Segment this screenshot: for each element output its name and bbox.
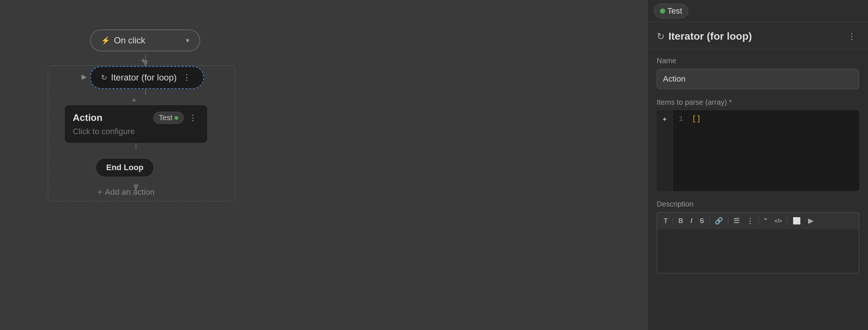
connector-plus-2[interactable]: + <box>132 96 136 105</box>
action-test-badge[interactable]: Test <box>153 112 184 124</box>
magic-wand-icon: ✦ <box>662 115 667 123</box>
test-badge-dot <box>175 116 178 120</box>
action-node-title: Action <box>73 112 103 123</box>
right-panel: Test ↻ Iterator (for loop) ⋮ Name Items … <box>648 0 868 330</box>
iterator-refresh-icon: ↻ <box>101 73 107 82</box>
trigger-icon: ⚡ <box>101 36 110 45</box>
add-action-plus-icon: + <box>97 187 102 197</box>
toolbar-divider-3 <box>728 217 728 225</box>
trigger-node-left: ⚡ On click <box>101 35 145 46</box>
panel-content: Name Items to parse (array) ✦ 1 [] D <box>648 49 868 330</box>
action-node-subtitle: Click to configure <box>73 127 199 136</box>
name-field-label: Name <box>657 57 859 65</box>
action-node-header-right: Test ⋮ <box>153 112 199 124</box>
toolbar-bold-btn[interactable]: B <box>675 216 686 226</box>
toolbar-italic-btn[interactable]: I <box>688 216 695 226</box>
code-editor-container[interactable]: ✦ 1 [] <box>657 110 859 191</box>
action-menu-button[interactable]: ⋮ <box>187 112 199 123</box>
wand-icon-container[interactable]: ✦ <box>657 110 673 191</box>
toolbar-divider-5 <box>787 217 788 225</box>
toolbar-code-btn[interactable]: </> <box>772 216 785 225</box>
line-numbers: 1 <box>679 115 686 187</box>
test-badge-label: Test <box>159 114 172 122</box>
items-parse-label: Items to parse (array) <box>657 98 859 107</box>
panel-title: Iterator (for loop) <box>668 31 752 42</box>
code-editor-body[interactable]: 1 [] <box>673 110 859 191</box>
panel-top: Test <box>648 0 868 22</box>
description-section: Description T B I S 🔗 ☰ ⋮ " </> ⬜ ▶ <box>657 200 859 273</box>
toolbar-quote-btn[interactable]: " <box>761 216 770 226</box>
toolbar-ul-btn[interactable]: ☰ <box>731 215 742 226</box>
end-loop-label: End Loop <box>106 163 143 172</box>
iterator-menu-button[interactable]: ⋮ <box>180 72 193 83</box>
trigger-chevron-icon: ▾ <box>186 36 189 44</box>
test-button-label: Test <box>667 6 682 16</box>
trigger-node[interactable]: ⚡ On click ▾ <box>90 29 200 51</box>
trigger-label: On click <box>114 35 145 46</box>
action-node[interactable]: Action Test ⋮ Click to configure <box>64 105 208 143</box>
iterator-node-left: ↻ Iterator (for loop) <box>101 72 177 83</box>
toolbar-divider-4 <box>758 217 759 225</box>
toolbar-text-btn[interactable]: T <box>661 216 671 226</box>
add-action-label: Add an action <box>105 187 155 197</box>
toolbar-ol-btn[interactable]: ⋮ <box>744 215 756 226</box>
connector-plus-1[interactable]: + <box>141 56 146 65</box>
toolbar-image-btn[interactable]: ⬜ <box>790 215 804 226</box>
description-editor[interactable] <box>657 229 859 273</box>
toolbar-video-btn[interactable]: ▶ <box>805 215 816 226</box>
toolbar-divider-2 <box>709 217 710 225</box>
panel-header: ↻ Iterator (for loop) ⋮ <box>648 22 868 49</box>
iterator-node[interactable]: ↻ Iterator (for loop) ⋮ <box>90 66 204 89</box>
toolbar-divider-1 <box>673 217 673 225</box>
items-parse-section: Items to parse (array) ✦ 1 [] <box>657 98 859 191</box>
action-node-header: Action Test ⋮ <box>73 112 199 124</box>
panel-header-left: ↻ Iterator (for loop) <box>657 31 752 42</box>
loop-entry-arrow: ▶ <box>82 73 87 81</box>
test-button[interactable]: Test <box>654 4 688 18</box>
iterator-label: Iterator (for loop) <box>111 72 177 83</box>
test-button-dot <box>660 8 665 14</box>
toolbar-strike-btn[interactable]: S <box>697 216 707 226</box>
name-input[interactable] <box>657 69 859 89</box>
toolbar-link-btn[interactable]: 🔗 <box>712 215 726 226</box>
code-brackets: [] <box>692 115 701 123</box>
end-loop-node[interactable]: End Loop <box>96 158 154 177</box>
canvas-area: ▶ ⚡ On click ▾ + ↻ Iterator (for loop) ⋮… <box>0 0 648 330</box>
add-action-node[interactable]: + Add an action <box>97 187 154 197</box>
panel-refresh-icon: ↻ <box>657 31 665 42</box>
description-label: Description <box>657 200 859 208</box>
panel-more-button[interactable]: ⋮ <box>844 30 859 43</box>
code-content[interactable]: [] <box>692 115 701 187</box>
description-toolbar: T B I S 🔗 ☰ ⋮ " </> ⬜ ▶ <box>657 212 859 229</box>
